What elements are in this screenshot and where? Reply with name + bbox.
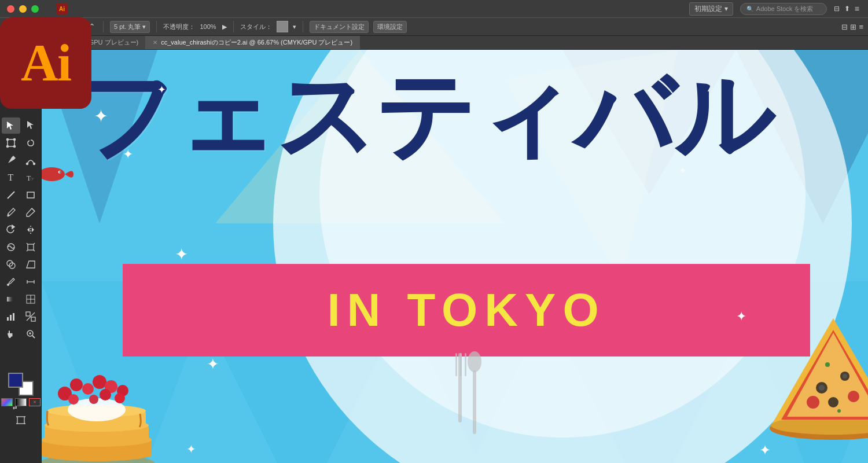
- svg-line-21: [34, 243, 35, 244]
- text-tool[interactable]: T: [2, 170, 20, 186]
- color-mode-row: ✕: [1, 398, 41, 406]
- svg-point-24: [7, 260, 13, 266]
- transform-tool[interactable]: [2, 135, 20, 151]
- svg-rect-12: [27, 192, 34, 198]
- svg-point-76: [68, 394, 79, 405]
- svg-rect-2: [8, 139, 14, 146]
- swap-colors-button[interactable]: ⇄: [13, 405, 17, 410]
- free-transform-tool[interactable]: [21, 239, 40, 255]
- svg-point-27: [7, 284, 9, 286]
- svg-point-94: [807, 396, 819, 409]
- direct-select-tool[interactable]: [21, 117, 40, 134]
- svg-line-23: [34, 250, 35, 251]
- svg-point-7: [26, 163, 28, 165]
- svg-point-96: [825, 362, 830, 367]
- svg-point-71: [70, 379, 83, 391]
- svg-line-13: [32, 208, 35, 211]
- svg-line-22: [27, 250, 28, 251]
- app-icon-small: Ai: [56, 3, 68, 14]
- share-icon[interactable]: ⬆: [844, 5, 850, 13]
- hand-tool[interactable]: [2, 326, 20, 342]
- opacity-label: 不透明度：: [163, 23, 195, 31]
- close-button[interactable]: [7, 5, 14, 13]
- foreground-color-swatch[interactable]: [8, 373, 23, 388]
- rectangle-tool[interactable]: [21, 187, 40, 203]
- menu-icon[interactable]: ≡: [855, 4, 859, 13]
- svg-marker-14: [12, 225, 14, 229]
- title-right-area: 初期設定 ▾ 🔍 Adobe Stock を検索 ⊟ ⬆ ≡: [689, 2, 868, 16]
- tab-2-label: cc_value_chirashiのコピー2.ai @ 66.67% (CMYK…: [161, 38, 352, 47]
- reflect-tool[interactable]: [21, 222, 40, 238]
- sparkle-4: ✦: [175, 247, 188, 263]
- window-controls: [0, 5, 39, 13]
- svg-point-95: [848, 391, 859, 402]
- svg-rect-31: [7, 297, 15, 302]
- doc-settings-button[interactable]: ドキュメント設定: [310, 21, 369, 33]
- app-logo-title: Ai: [56, 3, 72, 14]
- none-button[interactable]: ✕: [29, 398, 41, 406]
- sparkle-1: ✦: [94, 108, 108, 125]
- lasso-tool[interactable]: [21, 135, 40, 151]
- pizza-illustration: [770, 313, 868, 463]
- tool-row-10: [2, 274, 40, 290]
- main-heading-text: フェスティバル: [76, 60, 773, 170]
- zoom-tool[interactable]: [21, 326, 40, 342]
- svg-point-3: [6, 139, 8, 141]
- right-option-icons: ⊟ ⊞ ≡: [841, 23, 863, 31]
- workspace-selector[interactable]: 初期設定 ▾: [689, 2, 733, 16]
- svg-rect-101: [465, 353, 466, 376]
- eyedropper-tool[interactable]: [2, 274, 20, 290]
- tab-2[interactable]: ✕ cc_value_chirashiのコピー2.ai @ 66.67% (CM…: [146, 36, 360, 49]
- measure-tool[interactable]: [21, 274, 40, 290]
- paintbrush-tool[interactable]: [2, 204, 20, 221]
- style-color-box[interactable]: [277, 21, 288, 32]
- mesh-tool[interactable]: [21, 291, 40, 307]
- warp-tool[interactable]: [2, 239, 20, 255]
- svg-marker-16: [27, 227, 30, 232]
- svg-rect-39: [31, 317, 35, 321]
- chart-tool[interactable]: [2, 308, 20, 325]
- tool-row-zoom: [2, 326, 40, 342]
- more-option-icon[interactable]: ≡: [859, 23, 863, 31]
- svg-marker-26: [27, 261, 35, 268]
- perspective-tool[interactable]: [21, 256, 40, 273]
- artboard-tool[interactable]: [12, 412, 30, 428]
- line-tool[interactable]: [2, 187, 20, 203]
- tool-row-2: [2, 135, 40, 151]
- sparkle-7: ✦: [186, 443, 196, 455]
- foreground-background-colors: ⇄: [8, 373, 34, 396]
- tool-row-9: [2, 256, 40, 273]
- svg-marker-0: [7, 122, 13, 130]
- banner-text: IN TOKYO: [327, 284, 605, 337]
- artwork-canvas: フェスティバル IN TOKYO ✦ ✦ ✦ ✦ ✦ ✦ ✦ ✦ ✦ ✦: [42, 50, 868, 463]
- pen-tool[interactable]: [2, 152, 20, 168]
- svg-point-97: [837, 409, 841, 413]
- minimize-button[interactable]: [19, 5, 27, 13]
- curvature-tool[interactable]: [21, 152, 40, 168]
- solid-color-button[interactable]: [1, 398, 13, 406]
- arrange-icon[interactable]: ⊟: [834, 5, 840, 13]
- stroke-width-selector[interactable]: 5 pt. 丸筆 ▾: [110, 21, 150, 33]
- svg-marker-17: [32, 227, 34, 232]
- gradient-tool[interactable]: [2, 291, 20, 307]
- svg-point-4: [13, 139, 15, 141]
- tab-close-icon[interactable]: ✕: [153, 39, 157, 46]
- maximize-button[interactable]: [31, 5, 39, 13]
- style-arrow[interactable]: ▾: [293, 23, 296, 31]
- slice-tool[interactable]: [21, 308, 40, 325]
- svg-rect-36: [10, 315, 12, 321]
- fish-illustration: [42, 163, 73, 186]
- rotate-tool[interactable]: [2, 222, 20, 238]
- pencil-tool[interactable]: [21, 204, 40, 221]
- svg-point-73: [93, 375, 106, 389]
- opacity-arrow[interactable]: ▶: [222, 23, 227, 31]
- svg-point-8: [33, 163, 35, 165]
- env-settings-button[interactable]: 環境設定: [373, 21, 407, 33]
- panel-icon[interactable]: ⊞: [850, 23, 856, 31]
- arrange-option-icon[interactable]: ⊟: [841, 23, 848, 31]
- select-tool[interactable]: [2, 117, 20, 134]
- touch-type-tool[interactable]: T ☞: [21, 170, 40, 186]
- svg-point-90: [819, 385, 825, 391]
- search-bar[interactable]: 🔍 Adobe Stock を検索: [740, 3, 827, 15]
- shape-builder-tool[interactable]: [2, 256, 20, 273]
